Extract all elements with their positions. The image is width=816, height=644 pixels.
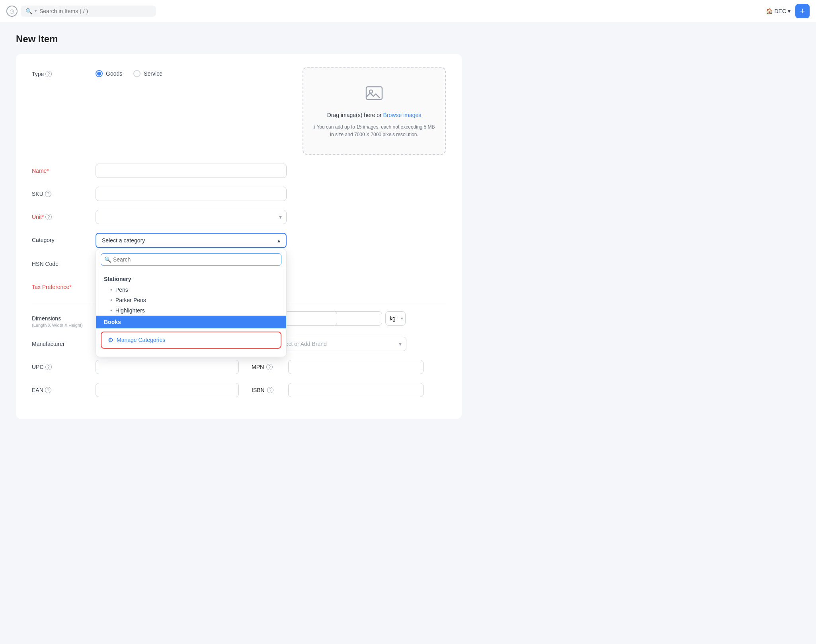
unit-select-wrap: ▾ [96,210,287,224]
category-row: Category Select a category ▴ 🔍 Stationer… [32,233,446,248]
sku-input-wrap [96,187,287,201]
tax-label: Tax Preference* [32,280,96,290]
ean-help-icon[interactable]: ? [45,387,51,393]
topnav-left: ◷ 🔍 ▾ [6,6,761,17]
drag-text: Drag image(s) here or Browse images [327,112,422,118]
name-input-wrap [96,164,287,178]
unit-label: Unit* ? [32,210,96,220]
service-label: Service [144,70,162,77]
upc-label: UPC ? [32,360,96,370]
manufacturer-label: Manufacturer [32,337,96,347]
org-name: DEC [774,8,786,14]
dropdown-search-icon: 🔍 [104,256,111,263]
isbn-input-wrap [288,383,424,397]
brand-select[interactable]: Select or Add Brand [271,337,406,351]
category-trigger[interactable]: Select a category ▴ [96,233,287,248]
dot-icon: • [110,297,112,303]
ean-label: EAN ? [32,383,96,393]
image-upload-area: Drag image(s) here or Browse images ℹ Yo… [303,67,446,155]
search-dropdown-icon[interactable]: ▾ [35,8,37,14]
brand-select-wrap: Select or Add Brand ▾ [271,337,406,351]
browse-link[interactable]: Browse images [383,112,422,118]
page-container: New Item Type ? Goods Service [0,22,478,438]
form-section: Type ? Goods Service [16,54,462,419]
manage-categories-button[interactable]: ⚙ Manage Categories [101,332,281,349]
mpn-input[interactable] [288,360,424,374]
category-placeholder: Select a category [102,237,145,244]
category-dropdown: 🔍 Stationery • Pens • Parker Pens [96,249,287,357]
image-icon [365,84,384,106]
topnav: ◷ 🔍 ▾ 🏠 DEC ▾ + [0,0,816,22]
category-label: Category [32,233,96,243]
isbn-input[interactable] [288,383,424,397]
sku-input[interactable] [96,187,287,201]
search-input[interactable] [39,8,143,14]
building-icon: 🏠 [766,8,773,14]
ean-input-wrap [96,383,239,397]
svg-point-1 [369,90,373,93]
image-upload-box[interactable]: Drag image(s) here or Browse images ℹ Yo… [303,67,446,155]
isbn-label: ISBN [252,387,265,393]
service-radio[interactable] [133,70,141,77]
type-row: Type ? Goods Service [32,67,446,155]
unit-help-icon[interactable]: ? [45,214,52,220]
category-parker-pens[interactable]: • Parker Pens [96,295,286,305]
topnav-right: 🏠 DEC ▾ + [766,4,810,18]
dot-icon: • [110,307,112,314]
type-goods-option[interactable]: Goods [96,70,122,77]
category-books[interactable]: Books [96,316,286,328]
mpn-help-icon[interactable]: ? [266,364,273,370]
gear-icon: ⚙ [108,336,113,344]
category-pens[interactable]: • Pens [96,285,286,295]
goods-radio[interactable] [96,70,103,77]
name-row: Name* [32,164,446,178]
category-search-input[interactable] [101,253,281,266]
mpn-input-wrap [288,360,424,374]
name-label: Name* [32,164,96,174]
upc-input-wrap [96,360,239,374]
org-chevron-icon: ▾ [788,8,791,14]
isbn-help-icon[interactable]: ? [267,387,273,393]
category-chevron-up-icon: ▴ [277,237,280,244]
kg-select-wrap: kg ▾ [385,311,406,326]
search-bar: 🔍 ▾ [21,6,156,17]
type-options-wrap: Goods Service [96,67,303,77]
category-select-wrap: Select a category ▴ 🔍 Stationery • [96,233,287,248]
category-stationery[interactable]: Stationery [96,273,286,285]
add-button[interactable]: + [795,4,810,18]
type-options: Goods Service [96,67,303,77]
unit-row: Unit* ? ▾ [32,210,446,224]
goods-label: Goods [106,70,122,77]
clock-icon: ◷ [6,6,18,17]
page-title: New Item [16,33,462,45]
isbn-label-wrap: ISBN ? [252,383,283,393]
search-icon: 🔍 [25,8,32,14]
type-help-icon[interactable]: ? [45,71,52,77]
name-input[interactable] [96,164,287,178]
mpn-label-wrap: MPN ? [252,360,283,370]
org-selector[interactable]: 🏠 DEC ▾ [766,8,791,14]
ean-isbn-row: EAN ? ISBN ? [32,383,446,397]
dot-icon: • [110,287,112,293]
upload-hint: ℹ You can add up to 15 images, each not … [313,123,435,138]
hsn-label: HSN Code [32,257,96,267]
unit-select[interactable] [96,210,287,224]
sku-label: SKU ? [32,187,96,197]
mpn-label: MPN [252,364,264,370]
sku-row: SKU ? [32,187,446,201]
type-label: Type ? [32,67,96,77]
upc-help-icon[interactable]: ? [45,364,52,370]
sku-help-icon[interactable]: ? [45,191,51,197]
upc-mpn-row: UPC ? MPN ? [32,360,446,374]
category-list: Stationery • Pens • Parker Pens • Highli… [96,270,286,357]
category-search-wrap: 🔍 [101,253,281,266]
category-search-area: 🔍 [96,249,286,270]
manage-categories-label: Manage Categories [117,337,165,343]
category-highlighters[interactable]: • Highlighters [96,305,286,316]
dimensions-label: Dimensions (Length X Width X Height) [32,311,96,328]
type-service-option[interactable]: Service [133,70,162,77]
upc-input[interactable] [96,360,239,374]
ean-input[interactable] [96,383,239,397]
kg-chevron-icon: ▾ [401,316,403,321]
